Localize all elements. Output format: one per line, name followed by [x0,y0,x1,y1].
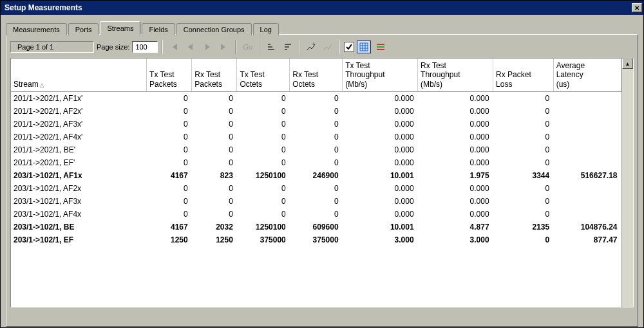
cell: 0 [192,182,237,195]
cell: 0 [493,208,554,221]
page-size-label: Page size: [97,43,129,51]
cell: 0 [493,182,554,195]
column-header[interactable]: Rx TestThroughput(Mb/s) [418,59,493,92]
cell: 0 [290,195,343,208]
table-row[interactable]: 203/1->102/1, AF1x4167823125010024690010… [11,169,621,182]
client-area: MeasurementsPortsStreamsFieldsConnection… [1,15,643,328]
streams-panel: Page 1 of 1 Page size: Go [6,34,638,327]
cell: 0.000 [343,195,418,208]
column-header[interactable]: Stream△ [11,59,147,92]
scroll-up-icon[interactable]: ▲ [622,59,633,69]
chart-add-icon[interactable]: + [304,41,318,53]
cell: 0 [192,131,237,143]
cell: 609600 [290,221,343,233]
prev-page-icon[interactable] [184,41,198,53]
tab-label: Fields [149,26,167,33]
cell: 10.001 [343,169,418,182]
next-page-icon[interactable] [200,41,214,53]
cell [553,195,621,208]
cell: 203/1->102/1, AF1x [11,169,147,182]
tab-measurements[interactable]: Measurements [6,23,67,35]
cell [553,118,621,131]
header-row: Stream△Tx TestPacketsRx TestPacketsTx Te… [11,59,621,92]
last-page-icon[interactable] [217,41,231,53]
cell: 0 [290,143,343,156]
tab-log[interactable]: Log [253,23,279,35]
cell: 0 [493,143,554,156]
cell: 203/1->102/1, EF [11,233,147,246]
cell: 877.47 [553,233,621,246]
column-header[interactable]: Tx TestPackets [147,59,192,92]
window-title: Setup Measurements [5,3,82,12]
column-header[interactable]: Rx TestPackets [192,59,237,92]
table-row[interactable]: 201/1->202/1, AF2x'00000.0000.0000 [11,105,621,118]
cell: 0 [147,195,192,208]
table-row[interactable]: 203/1->102/1, BE41672032125010060960010.… [11,221,621,233]
cell: 0 [237,92,290,105]
close-icon[interactable]: ✕ [632,3,642,12]
cell [553,156,621,169]
tab-streams[interactable]: Streams [100,21,140,35]
cell: 823 [192,169,237,182]
table-row[interactable]: 203/1->102/1, AF2x00000.0000.0000 [11,182,621,195]
separator [299,40,300,54]
table-row[interactable]: 201/1->202/1, BE'00000.0000.0000 [11,143,621,156]
grid-view-icon[interactable] [357,41,371,53]
cell: 0 [147,143,192,156]
cell: 4167 [147,221,192,233]
tab-label: Ports [75,26,92,33]
sort-desc-icon[interactable] [281,41,295,53]
cell [553,92,621,105]
cell: 0 [290,118,343,131]
scroll-track[interactable] [622,69,633,307]
table-row[interactable]: 203/1->102/1, AF3x00000.0000.0000 [11,195,621,208]
cell: 2032 [192,221,237,233]
cell: 0 [290,105,343,118]
cell: 0 [290,208,343,221]
tab-connection-groups[interactable]: Connection Groups [176,23,252,35]
table-row[interactable]: 201/1->202/1, AF1x'00000.0000.0000 [11,92,621,105]
cell: 0 [237,195,290,208]
cell: 0.000 [343,105,418,118]
tab-ports[interactable]: Ports [68,23,99,35]
svg-text:+: + [312,42,315,46]
cell [553,105,621,118]
cell: 0 [493,92,554,105]
column-header[interactable]: Tx TestOctets [237,59,290,92]
first-page-icon[interactable] [167,41,181,53]
go-button[interactable]: Go [240,41,255,53]
tab-fields[interactable]: Fields [142,23,175,35]
column-header[interactable]: Tx TestThroughput(Mb/s) [343,59,418,92]
cell: 3344 [493,169,554,182]
table-row[interactable]: 201/1->202/1, AF4x'00000.0000.0000 [11,131,621,143]
vertical-scrollbar[interactable]: ▲ [621,59,633,307]
cell: 0 [192,195,237,208]
cell: 203/1->102/1, AF4x [11,208,147,221]
grid-body: 201/1->202/1, AF1x'00000.0000.0000201/1-… [11,92,621,247]
sort-asc-icon[interactable] [264,41,278,53]
cell: 0 [237,143,290,156]
cell: 0 [237,208,290,221]
list-view-icon[interactable] [374,41,388,53]
column-header[interactable]: Rx PacketLoss [493,59,554,92]
column-header[interactable]: Rx TestOctets [290,59,343,92]
svg-rect-12 [377,44,384,45]
chart-remove-icon[interactable] [321,41,335,53]
table-row[interactable]: 201/1->202/1, EF'00000.0000.0000 [11,156,621,169]
column-header[interactable]: AverageLatency(us) [553,59,621,92]
cell: 2135 [493,221,554,233]
table-row[interactable]: 201/1->202/1, AF3x'00000.0000.0000 [11,118,621,131]
cell: 4.877 [418,221,493,233]
toolbar: Page 1 of 1 Page size: Go [10,39,634,58]
cell: 0 [147,105,192,118]
table-row[interactable]: 203/1->102/1, EF125012503750003750003.00… [11,233,621,246]
page-size-input[interactable] [132,41,158,53]
cell: 0.000 [418,208,493,221]
cell: 0 [237,131,290,143]
table-row[interactable]: 203/1->102/1, AF4x00000.0000.0000 [11,208,621,221]
toggle-checkbox[interactable] [344,42,354,52]
cell: 0 [192,156,237,169]
cell: 1250100 [237,169,290,182]
cell: 0 [192,105,237,118]
svg-rect-7 [360,43,368,51]
